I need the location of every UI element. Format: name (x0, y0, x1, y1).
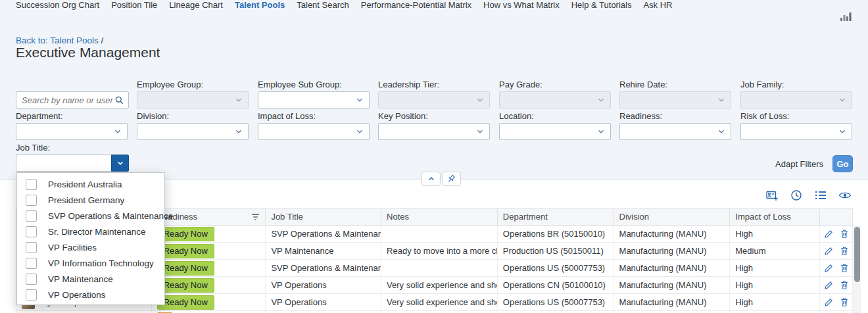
collapse-filter-bar-button[interactable] (422, 172, 441, 186)
checkbox[interactable] (26, 179, 37, 190)
checkbox[interactable] (26, 258, 37, 269)
pin-filter-bar-button[interactable] (442, 172, 461, 186)
table-scrollbar[interactable] (853, 226, 861, 313)
history-button[interactable] (790, 189, 803, 202)
leadership-tier-select[interactable] (378, 91, 490, 108)
job-family-select[interactable] (740, 91, 852, 108)
talent-pools-page: Succession Org Chart Position Tile Linea… (0, 0, 868, 313)
dropdown-option[interactable]: VP Facilities (17, 239, 164, 255)
division-select[interactable] (137, 123, 249, 140)
readiness-select[interactable] (619, 123, 731, 140)
scrollbar-thumb[interactable] (854, 227, 860, 282)
filter-actions: Adapt Filters Go (775, 155, 853, 172)
checkbox[interactable] (26, 226, 37, 237)
delete-trash-icon (840, 263, 849, 273)
notes-cell (381, 260, 498, 276)
nav-item-how-vs-what-matrix[interactable]: How vs What Matrix (483, 0, 560, 11)
impact-of-loss-cell: High (730, 226, 820, 242)
dropdown-option[interactable]: VP Operations (17, 287, 164, 302)
search-input[interactable] (20, 95, 114, 106)
dropdown-option[interactable]: Sr. Director Maintenance (17, 224, 164, 239)
chevron-down-icon (234, 127, 243, 136)
chevron-down-icon (475, 95, 485, 105)
division-cell: Manufacturing (MANU) (614, 294, 731, 310)
employee-group-select[interactable] (137, 91, 249, 108)
edit-button[interactable] (824, 229, 833, 239)
bar-chart-icon[interactable] (839, 11, 854, 22)
nav-item-help-tutorials[interactable]: Help & Tutorials (571, 0, 632, 11)
column-header-department[interactable]: Department (498, 208, 614, 225)
dropdown-option-label: SVP Operations & Maintenance (48, 211, 173, 221)
checkbox[interactable] (26, 242, 37, 253)
risk-of-loss-select[interactable] (740, 123, 852, 140)
column-header-division[interactable]: Division (614, 208, 731, 225)
dropdown-option[interactable]: VP Information Technology (17, 255, 164, 271)
delete-button[interactable] (840, 297, 849, 308)
job-title-label: Job Title: (16, 143, 50, 153)
edit-button[interactable] (824, 280, 833, 291)
key-position-select[interactable] (378, 123, 490, 140)
back-to-talent-pools-link[interactable]: Back to: Talent Pools (16, 36, 99, 45)
risk-of-loss-label: Risk of Loss: (740, 111, 789, 121)
go-button[interactable]: Go (832, 155, 853, 172)
delete-button[interactable] (840, 229, 849, 239)
edit-button[interactable] (824, 263, 833, 274)
job-title-input[interactable] (16, 155, 112, 172)
leadership-tier-label: Leadership Tier: (378, 80, 439, 89)
nav-item-position-tile[interactable]: Position Tile (111, 0, 157, 11)
edit-button[interactable] (824, 297, 833, 308)
readiness-badge: Ready Now (157, 227, 214, 241)
add-to-pool-button[interactable] (765, 189, 779, 202)
readiness-filter-label: Readiness: (619, 111, 662, 121)
dropdown-option[interactable]: VP Maintenance (17, 271, 164, 287)
dropdown-option-label: VP Operations (48, 290, 106, 300)
division-cell: Manufacturing (MANU) (614, 226, 731, 242)
employee-sub-group-select[interactable] (258, 91, 370, 108)
dropdown-option[interactable]: SVP Operations & Maintenance (17, 208, 164, 224)
job-title-cell: SVP Operations & Maintenance (266, 226, 381, 242)
delete-button[interactable] (840, 280, 849, 291)
chevron-down-icon (355, 95, 364, 105)
edit-button[interactable] (824, 246, 833, 256)
column-header-job-title[interactable]: Job Title (266, 208, 381, 225)
dropdown-option-label: VP Maintenance (48, 274, 113, 284)
nav-item-talent-search[interactable]: Talent Search (297, 0, 349, 11)
checkbox[interactable] (26, 210, 37, 222)
page-title: Executive Management (16, 45, 160, 60)
column-header-impact-of-loss[interactable]: Impact of Loss (730, 208, 820, 225)
show-button[interactable] (838, 189, 852, 202)
dropdown-option[interactable]: President Germany (17, 192, 164, 208)
employee-group-label: Employee Group: (137, 80, 203, 89)
job-title-cell: SVP Operations & Maintenance (266, 260, 381, 276)
pay-grade-select[interactable] (499, 91, 611, 108)
nav-item-succession-org-chart[interactable]: Succession Org Chart (16, 0, 99, 11)
impact-of-loss-cell: High (730, 260, 820, 276)
job-title-dropdown-toggle[interactable] (111, 155, 129, 172)
delete-button[interactable] (840, 263, 849, 274)
nav-item-lineage-chart[interactable]: Lineage Chart (169, 0, 223, 11)
department-select[interactable] (16, 123, 128, 140)
nav-item-performance-potential-matrix[interactable]: Performance-Potential Matrix (361, 0, 471, 11)
search-icon[interactable] (114, 95, 124, 105)
impact-of-loss-select[interactable] (258, 123, 370, 140)
nav-item-ask-hr[interactable]: Ask HR (643, 0, 672, 11)
chevron-down-icon (355, 127, 364, 136)
filter-funnel-icon[interactable] (251, 213, 260, 221)
department-cell: Production US (50150011) (498, 243, 614, 259)
checkbox[interactable] (26, 274, 37, 285)
department-cell: Operations CN (50100010) (498, 277, 614, 293)
nav-item-talent-pools[interactable]: Talent Pools (235, 0, 285, 11)
checkbox[interactable] (26, 289, 37, 301)
adapt-filters-button[interactable]: Adapt Filters (775, 159, 823, 169)
list-view-button[interactable] (814, 189, 827, 202)
delete-button[interactable] (840, 246, 849, 256)
breadcrumb-separator: / (99, 36, 104, 45)
checkbox[interactable] (26, 195, 37, 206)
chevron-down-icon (717, 95, 726, 105)
division-cell: Manufacturing (MANU) (614, 260, 731, 276)
dropdown-option[interactable]: President Australia (17, 176, 164, 192)
column-header-notes[interactable]: Notes (381, 208, 498, 225)
delete-trash-icon (840, 246, 849, 256)
rehire-date-select[interactable] (619, 91, 731, 108)
location-select[interactable] (499, 123, 611, 140)
